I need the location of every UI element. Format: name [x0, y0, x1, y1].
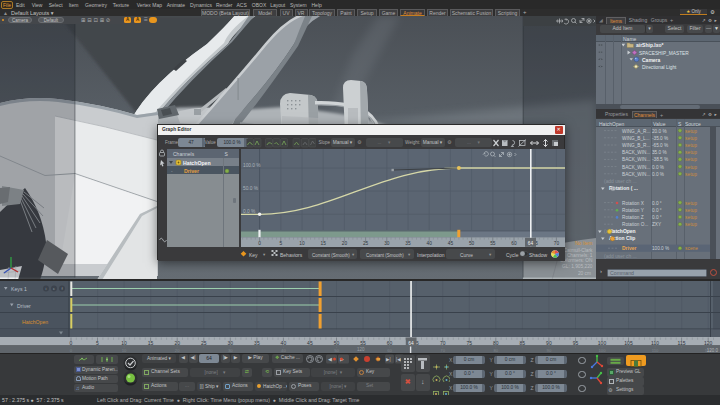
svg-text:i: i	[46, 286, 47, 291]
svg-text:-35.0 %: -35.0 %	[652, 136, 668, 141]
svg-text:WING_B_L...: WING_B_L...	[622, 136, 650, 141]
svg-text:Constant (Smooth): Constant (Smooth)	[312, 252, 350, 257]
svg-text:50.0 %: 50.0 %	[243, 185, 259, 190]
svg-text:setup: setup	[685, 129, 697, 134]
svg-text:Cycle: Cycle	[506, 251, 519, 257]
svg-text:30: 30	[228, 340, 234, 346]
svg-text:0.0 °: 0.0 °	[652, 208, 662, 213]
svg-text:120.0: 120.0	[707, 348, 719, 353]
svg-text:115: 115	[678, 340, 686, 346]
svg-text:0: 0	[70, 340, 73, 346]
svg-text:setup: setup	[685, 222, 697, 227]
svg-text:40: 40	[426, 241, 432, 246]
svg-text:110: 110	[651, 340, 659, 346]
svg-text:setup: setup	[685, 215, 697, 220]
svg-text:35.0 %: 35.0 %	[652, 150, 667, 155]
svg-text:ZXY: ZXY	[652, 222, 662, 227]
svg-text:setup: setup	[685, 208, 697, 213]
svg-text:Rotation Y: Rotation Y	[622, 208, 645, 213]
svg-text:100.0 %: 100.0 %	[243, 162, 261, 167]
svg-text:WING_A_R...: WING_A_R...	[622, 129, 650, 134]
svg-text:HatchOpen: HatchOpen	[609, 228, 636, 234]
svg-text:10: 10	[121, 340, 127, 346]
svg-text:setup: setup	[685, 201, 697, 206]
svg-text:50: 50	[334, 340, 340, 346]
svg-text:BACK_WIN...: BACK_WIN...	[622, 150, 650, 155]
svg-text:c: c	[53, 286, 55, 291]
svg-text:WING_B_R...: WING_B_R...	[622, 143, 650, 148]
svg-text:0: 0	[258, 241, 261, 246]
svg-text:Driver: Driver	[184, 168, 199, 174]
svg-text:70: 70	[553, 241, 559, 246]
svg-text:0.0 %: 0.0 %	[243, 208, 256, 213]
svg-text:60: 60	[387, 340, 393, 346]
svg-text:20: 20	[341, 241, 347, 246]
svg-text:0.0 %: 0.0 %	[652, 165, 664, 170]
svg-text:Constant (Smooth): Constant (Smooth)	[366, 252, 404, 257]
svg-text:BACK_WIN...: BACK_WIN...	[622, 165, 650, 170]
svg-text:setup: setup	[685, 150, 697, 155]
svg-text:Camera: Camera	[642, 57, 661, 63]
svg-text:70: 70	[440, 340, 446, 346]
svg-text:(add user ch ...: (add user ch ...	[604, 179, 637, 184]
svg-text:64: 64	[527, 241, 533, 246]
svg-text:0.0 °: 0.0 °	[652, 201, 662, 206]
svg-text:45: 45	[447, 241, 453, 246]
svg-text:scene: scene	[685, 246, 698, 251]
svg-text:85: 85	[520, 340, 526, 346]
svg-text:Key: Key	[249, 251, 258, 257]
svg-text:BACK_WIN...: BACK_WIN...	[622, 157, 650, 162]
svg-text:-: -	[171, 168, 173, 173]
svg-text:Keys 1: Keys 1	[11, 286, 27, 292]
svg-text:Behaviors: Behaviors	[280, 251, 303, 257]
svg-text:45: 45	[307, 340, 313, 346]
svg-text:5: 5	[96, 340, 99, 346]
svg-text:35: 35	[405, 241, 411, 246]
svg-text:20.0 %: 20.0 %	[652, 129, 667, 134]
svg-text:90: 90	[546, 340, 552, 346]
svg-text:BACK_WIN...: BACK_WIN...	[622, 172, 650, 177]
svg-text:75: 75	[466, 340, 472, 346]
svg-text:35: 35	[254, 340, 260, 346]
svg-text:setup: setup	[685, 165, 697, 170]
svg-text:Rotation Z: Rotation Z	[622, 215, 644, 220]
svg-text:0.0 °: 0.0 °	[652, 215, 662, 220]
svg-text:setup: setup	[685, 157, 697, 162]
svg-text:SPACESHIP_MASTER: SPACESHIP_MASTER	[639, 51, 689, 56]
svg-text:HatchOpen: HatchOpen	[22, 319, 48, 325]
svg-text:100.0 %: 100.0 %	[652, 246, 669, 251]
svg-text:setup: setup	[685, 143, 697, 148]
svg-text:Interpolation: Interpolation	[417, 251, 445, 257]
svg-text:Directional Light: Directional Light	[642, 65, 677, 70]
svg-text:◀: ◀	[328, 356, 332, 362]
svg-text:Driver: Driver	[17, 303, 31, 309]
svg-text:(add user ch ...: (add user ch ...	[604, 254, 637, 259]
svg-text:20: 20	[174, 340, 180, 346]
svg-text:15: 15	[320, 241, 326, 246]
svg-text:Deformers: ON: Deformers: ON	[560, 258, 593, 263]
svg-text:25: 25	[201, 340, 207, 346]
svg-text:64: 64	[408, 341, 414, 346]
svg-text:40: 40	[281, 340, 287, 346]
svg-text:No Item: No Item	[575, 240, 593, 246]
svg-text:10: 10	[299, 241, 305, 246]
svg-text:105: 105	[624, 340, 633, 346]
svg-text:30: 30	[384, 241, 390, 246]
svg-text:50: 50	[468, 241, 474, 246]
svg-text:95: 95	[573, 340, 579, 346]
svg-text:Driver: Driver	[622, 245, 637, 251]
svg-text:80: 80	[493, 340, 499, 346]
svg-text:120: 120	[357, 347, 365, 352]
svg-text:5: 5	[279, 241, 282, 246]
svg-text:Shadow: Shadow	[529, 251, 547, 257]
svg-text:GL: 1,905,220: GL: 1,905,220	[562, 264, 593, 269]
svg-text:Rotation O...: Rotation O...	[622, 222, 648, 227]
svg-text:-38.5 %: -38.5 %	[652, 157, 668, 162]
svg-text:airShip.lxo*: airShip.lxo*	[636, 42, 664, 48]
svg-text:HatchOpen: HatchOpen	[183, 159, 211, 165]
svg-text:Rotation X: Rotation X	[622, 201, 645, 206]
svg-text:100: 100	[598, 340, 607, 346]
svg-text:setup: setup	[685, 136, 697, 141]
svg-text:55: 55	[360, 340, 366, 346]
svg-text:25: 25	[362, 241, 368, 246]
